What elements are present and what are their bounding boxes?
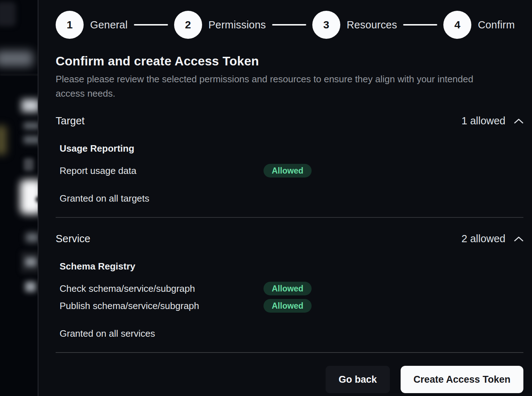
stepper-connector	[403, 24, 437, 26]
create-access-token-modal: 1 General 2 Permissions 3 Resources 4 Co…	[38, 0, 532, 396]
status-badge: Allowed	[263, 299, 312, 313]
stepper-connector	[134, 24, 168, 26]
blurred-heading-text	[22, 99, 38, 112]
step-label: Permissions	[209, 19, 266, 31]
section-body: Usage Reporting Report usage data Allowe…	[56, 143, 523, 179]
section-body: Schema Registry Check schema/service/sub…	[56, 261, 523, 314]
permission-row: Check schema/service/subgraph Allowed	[60, 280, 523, 297]
section-collapse-toggle[interactable]: 2 allowed	[461, 233, 523, 245]
stepper: 1 General 2 Permissions 3 Resources 4 Co…	[56, 11, 523, 39]
chevron-up-icon	[514, 118, 523, 124]
blurred-logo-card	[20, 180, 38, 214]
step-label: Resources	[347, 19, 397, 31]
permission-sections: Target 1 allowed Usage Reporting Report …	[56, 115, 523, 353]
status-badge: Allowed	[263, 282, 312, 295]
permission-label: Report usage data	[60, 165, 263, 176]
step-label: General	[90, 19, 128, 31]
permission-section: Target 1 allowed Usage Reporting Report …	[56, 115, 523, 218]
blurred-divider	[0, 74, 38, 75]
granted-note: Granted on all services	[56, 328, 523, 339]
step-number: 3	[312, 11, 340, 39]
footer-actions: Go back Create Access Token	[56, 366, 523, 393]
step-label: Confirm	[478, 19, 515, 31]
allowed-count: 1 allowed	[461, 115, 505, 127]
stepper-connector	[272, 24, 306, 26]
section-collapse-toggle[interactable]: 1 allowed	[461, 115, 523, 127]
permission-rows: Report usage data Allowed	[60, 162, 523, 179]
stepper-step[interactable]: 1 General	[56, 11, 128, 39]
blurred-accent-shape	[0, 126, 6, 155]
section-header: Service 2 allowed	[56, 233, 523, 245]
section-header: Target 1 allowed	[56, 115, 523, 127]
permission-group: Schema Registry Check schema/service/sub…	[60, 261, 523, 314]
stepper-step[interactable]: 3 Resources	[312, 11, 397, 39]
blurred-body-text	[24, 136, 38, 144]
section-title: Service	[56, 233, 90, 245]
blurred-list-item	[25, 282, 36, 292]
permission-row: Report usage data Allowed	[60, 162, 523, 179]
status-badge: Allowed	[263, 164, 312, 178]
blurred-sidebar-card	[0, 2, 16, 26]
background-overlay	[0, 0, 38, 396]
blurred-icon	[24, 158, 34, 171]
section-divider	[56, 352, 523, 353]
blurred-list-item	[25, 257, 37, 267]
permission-row: Publish schema/service/subgraph Allowed	[60, 297, 523, 314]
granted-note: Granted on all targets	[56, 193, 523, 204]
allowed-count: 2 allowed	[461, 233, 505, 245]
permission-group-title: Schema Registry	[60, 261, 523, 271]
step-number: 4	[443, 11, 471, 39]
chevron-up-icon	[514, 236, 523, 242]
permission-label: Publish schema/service/subgraph	[60, 300, 263, 312]
create-access-token-button[interactable]: Create Access Token	[401, 366, 523, 393]
permission-group-title: Usage Reporting	[60, 143, 523, 153]
stepper-step[interactable]: 4 Confirm	[443, 11, 515, 39]
permission-group: Usage Reporting Report usage data Allowe…	[60, 143, 523, 179]
permission-section: Service 2 allowed Schema Registry Check …	[56, 233, 523, 353]
step-number: 1	[56, 11, 84, 39]
blurred-nav-item	[0, 51, 33, 66]
go-back-button[interactable]: Go back	[326, 366, 390, 393]
step-number: 2	[174, 11, 202, 39]
section-divider	[56, 217, 523, 218]
section-title: Target	[56, 115, 85, 127]
blurred-list-item	[26, 233, 38, 242]
stepper-step[interactable]: 2 Permissions	[174, 11, 266, 39]
permission-label: Check schema/service/subgraph	[60, 283, 263, 294]
permission-rows: Check schema/service/subgraph Allowed Pu…	[60, 280, 523, 314]
blurred-body-text	[24, 122, 38, 129]
page-description: Please please review the selected permis…	[56, 72, 499, 101]
page-title: Confirm and create Access Token	[56, 53, 523, 69]
